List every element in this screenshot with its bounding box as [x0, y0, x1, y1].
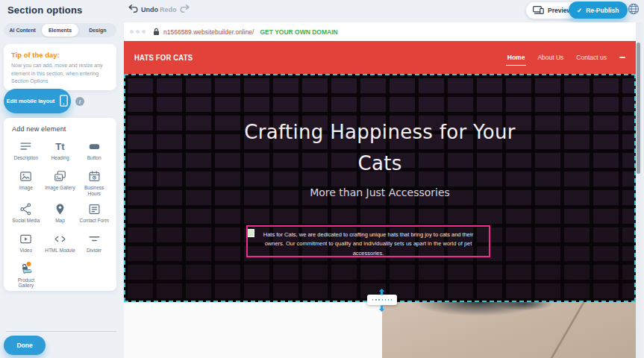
devices-icon [533, 6, 544, 16]
hero-paragraph-text: Hats for Cats, we are dedicated to craft… [263, 231, 473, 257]
drag-dots-icon [372, 299, 392, 301]
nav-contact-us[interactable]: Contact us [576, 54, 607, 61]
add-new-element-panel: Add new element Description Tt Heading B… [4, 118, 116, 291]
section-resize-handle[interactable] [367, 295, 397, 305]
site-nav: Home About Us Contact us [507, 41, 625, 74]
button-icon [87, 139, 101, 154]
undo-label: Undo [141, 6, 158, 13]
add-element-description[interactable]: Description [9, 139, 43, 164]
video-icon [19, 232, 33, 246]
html-module-icon [53, 232, 67, 246]
republish-button[interactable]: ✓ Re-Publish [569, 1, 628, 19]
add-element-heading[interactable]: Tt Heading [43, 139, 78, 164]
tab-ai-content[interactable]: AI Content [4, 24, 40, 37]
shop-badge: SHOP [24, 270, 32, 273]
page-title: Section options [7, 4, 83, 16]
element-label: Contact Form [79, 218, 108, 224]
done-button[interactable]: Done [4, 336, 46, 355]
scrollbar-thumb[interactable] [637, 43, 640, 174]
next-section-background [124, 302, 382, 358]
edit-mobile-layout-label: Edit mobile layout [7, 98, 55, 104]
hero-paragraph-selected[interactable]: Hats for Cats, we are dedicated to craft… [246, 225, 490, 257]
element-label: Map [55, 218, 65, 224]
tip-title: Tip of the day: [11, 51, 109, 59]
phone-icon [60, 95, 68, 108]
add-element-html-module[interactable]: HTML Module [43, 232, 78, 257]
cat-photo-image[interactable] [382, 302, 636, 358]
add-element-business-hours[interactable]: Business Hours [77, 169, 111, 197]
add-element-divider[interactable]: Divider [77, 232, 111, 257]
canvas-scrollbar[interactable] [636, 22, 642, 358]
element-label: HTML Module [45, 248, 75, 254]
redo-label: Redo [160, 6, 177, 13]
nav-about-us[interactable]: About Us [537, 54, 563, 61]
resize-arrow-down-icon[interactable] [378, 305, 385, 312]
redo-button[interactable]: Redo [160, 4, 190, 14]
add-element-map[interactable]: Map [43, 202, 78, 227]
element-label: Business Hours [78, 185, 110, 197]
nav-more-icon[interactable] [619, 57, 625, 58]
browser-chrome-bar: n1566589.websitebuilder.online/ GET YOUR… [124, 22, 636, 41]
hero-subtitle[interactable]: More than Just Accessories [124, 186, 636, 198]
get-domain-link[interactable]: GET YOUR OWN DOMAIN [260, 28, 337, 36]
image-icon [19, 169, 33, 183]
business-hours-icon [87, 169, 101, 183]
undo-icon [128, 4, 138, 14]
add-element-contact-form[interactable]: Contact Form [77, 202, 111, 227]
contact-form-icon [87, 202, 101, 216]
element-label: Image [19, 185, 33, 191]
element-label: Social Media [12, 218, 40, 224]
sidebar-tabs: AI Content Elements Design [4, 23, 116, 37]
element-label: Image Gallery [45, 185, 75, 191]
element-label: Heading [51, 155, 69, 161]
element-label: Divider [87, 248, 101, 254]
resize-arrow-up-icon[interactable] [378, 289, 385, 295]
site-header[interactable]: HATS FOR CATS Home About Us Contact us [124, 41, 636, 74]
lock-icon [153, 28, 160, 36]
tip-body: Now you can add, move and resize any ele… [11, 62, 109, 86]
sidebar-divider [6, 331, 116, 332]
hero-section-selected[interactable]: Crafting Happiness for Your Cats More th… [124, 74, 636, 302]
element-label: Description [14, 155, 39, 161]
site-logo: HATS FOR CATS [134, 53, 193, 63]
add-element-image-gallery[interactable]: Image Gallery [43, 169, 78, 197]
element-label: Button [87, 155, 101, 161]
element-drag-handle[interactable] [246, 229, 254, 237]
element-label: Video [20, 248, 33, 254]
hero-title[interactable]: Crafting Happiness for Your Cats [238, 117, 522, 179]
description-icon [19, 139, 33, 154]
heading-icon: Tt [55, 139, 64, 154]
language-globe-icon[interactable] [628, 3, 640, 17]
product-gallery-icon: SHOP [17, 262, 34, 276]
site-canvas: n1566589.websitebuilder.online/ GET YOUR… [124, 22, 636, 358]
add-element-image[interactable]: Image [9, 169, 43, 197]
app-root: Section options Undo Redo Preview ✓ Re-P… [0, 0, 644, 358]
social-media-icon [19, 202, 33, 216]
image-gallery-icon [53, 169, 67, 183]
edit-mobile-layout-button[interactable]: Edit mobile layout [4, 89, 71, 113]
tab-elements[interactable]: Elements [42, 24, 78, 37]
map-icon [53, 202, 67, 216]
element-label: Product Gallery [10, 277, 42, 289]
nav-home[interactable]: Home [507, 54, 525, 61]
element-grid: Description Tt Heading Button Image Imag… [9, 139, 111, 289]
browser-dots-icon [130, 30, 146, 34]
add-panel-title: Add new element [12, 125, 111, 133]
site-url[interactable]: n1566589.websitebuilder.online/ [163, 28, 254, 36]
divider-icon [87, 232, 101, 246]
add-element-video[interactable]: Video [9, 232, 43, 257]
tab-design[interactable]: Design [80, 24, 116, 37]
add-element-product-gallery[interactable]: SHOP Product Gallery [9, 262, 43, 289]
check-icon: ✓ [577, 7, 582, 14]
tip-of-the-day-card: Tip of the day: Now you can add, move an… [4, 44, 116, 90]
redo-icon [180, 4, 190, 14]
info-icon[interactable]: i [75, 97, 84, 106]
add-element-social-media[interactable]: Social Media [9, 202, 43, 227]
republish-label: Re-Publish [586, 7, 619, 14]
add-element-button[interactable]: Button [77, 139, 111, 164]
undo-button[interactable]: Undo [128, 4, 158, 14]
